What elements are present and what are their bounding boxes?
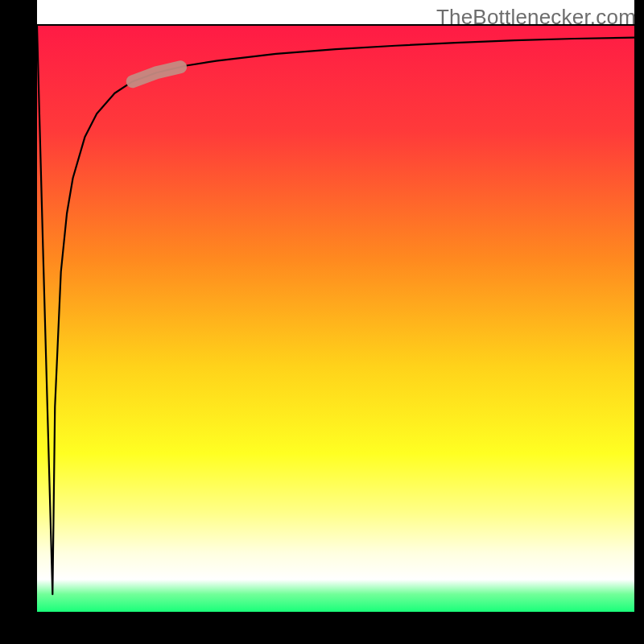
plot-background <box>37 26 634 612</box>
x-axis <box>0 612 644 644</box>
right-border <box>634 0 644 644</box>
watermark-text: TheBottlenecker.com <box>436 5 636 30</box>
chart-container: TheBottlenecker.com <box>0 0 644 644</box>
bottleneck-chart <box>0 0 644 644</box>
y-axis <box>0 0 37 644</box>
